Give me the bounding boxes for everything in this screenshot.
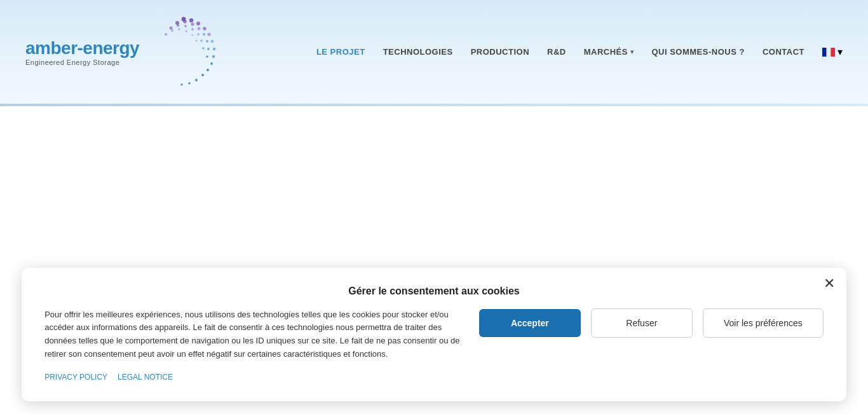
flag-fr-icon	[822, 48, 835, 57]
svg-point-21	[191, 28, 194, 31]
svg-point-30	[196, 39, 198, 41]
svg-point-5	[211, 39, 214, 43]
cookie-title: Gérer le consentement aux cookies	[44, 286, 824, 297]
svg-point-27	[178, 28, 180, 31]
language-switcher[interactable]: ▾	[822, 46, 843, 58]
svg-point-31	[201, 74, 204, 76]
logo-name[interactable]: amber-energy	[25, 38, 139, 59]
accept-button[interactable]: Accepter	[479, 309, 581, 337]
svg-point-28	[185, 30, 187, 32]
privacy-policy-link[interactable]: PRIVACY POLICY	[44, 371, 107, 383]
cookie-overlay: ✕ Gérer le consentement aux cookies Pour…	[0, 268, 868, 414]
svg-point-2	[196, 22, 200, 25]
svg-point-26	[171, 29, 173, 32]
svg-point-8	[210, 62, 213, 64]
preferences-button[interactable]: Voir les préférences	[703, 308, 824, 338]
svg-point-34	[180, 83, 182, 85]
logo-text: amber-energy Engineered Energy Storage	[25, 38, 139, 66]
legal-notice-link[interactable]: LEGAL NOTICE	[118, 371, 173, 383]
svg-point-16	[207, 48, 210, 50]
nav-item-marches[interactable]: MARCHÉS ▾	[584, 47, 634, 57]
svg-point-33	[188, 82, 191, 85]
nav-item-qui-sommes-nous[interactable]: QUI SOMMES-NOUS ?	[651, 47, 744, 57]
svg-point-23	[200, 39, 203, 42]
nav-item-production[interactable]: PRODUCTION	[471, 47, 529, 57]
svg-point-14	[203, 32, 205, 35]
cookie-text-block: Pour offrir les meilleures expériences, …	[44, 308, 460, 383]
svg-point-12	[191, 22, 194, 25]
logo-icon	[146, 14, 222, 90]
nav-item-rd[interactable]: R&D	[547, 47, 566, 57]
main-content	[0, 106, 868, 270]
svg-rect-35	[822, 48, 827, 57]
nav-item-contact[interactable]: CONTACT	[763, 47, 804, 57]
cookie-close-button[interactable]: ✕	[824, 277, 835, 291]
svg-rect-37	[831, 48, 835, 57]
svg-point-22	[197, 33, 200, 36]
main-nav: LE PROJET TECHNOLOGIES PRODUCTION R&D MA…	[316, 46, 843, 58]
svg-point-11	[183, 20, 187, 24]
svg-point-32	[195, 79, 198, 81]
svg-point-19	[177, 24, 180, 27]
nav-item-technologies[interactable]: TECHNOLOGIES	[383, 47, 453, 57]
logo-tagline: Engineered Energy Storage	[25, 59, 139, 66]
svg-point-18	[170, 26, 173, 29]
refuse-button[interactable]: Refuser	[591, 308, 693, 338]
cookie-description: Pour offrir les meilleures expériences, …	[44, 310, 459, 359]
cookie-buttons: Accepter Refuser Voir les préférences	[479, 308, 824, 338]
svg-point-4	[208, 32, 211, 36]
svg-point-9	[207, 69, 209, 71]
svg-point-15	[206, 40, 208, 43]
svg-point-3	[203, 27, 207, 31]
svg-point-20	[184, 24, 187, 27]
cookie-body: Pour offrir les meilleures expériences, …	[44, 308, 824, 383]
svg-point-1	[189, 18, 193, 22]
svg-point-24	[202, 47, 204, 49]
cookie-banner: ✕ Gérer le consentement aux cookies Pour…	[22, 268, 846, 401]
cookie-links: PRIVACY POLICY LEGAL NOTICE	[44, 371, 460, 383]
svg-point-13	[198, 27, 201, 30]
nav-item-le-projet[interactable]: LE PROJET	[316, 47, 365, 57]
svg-point-25	[165, 33, 167, 36]
header: amber-energy Engineered Energy Storage	[0, 0, 868, 104]
lang-chevron-icon: ▾	[837, 46, 843, 58]
svg-rect-36	[827, 48, 831, 57]
svg-point-29	[192, 34, 194, 36]
logo-area: amber-energy Engineered Energy Storage	[25, 14, 222, 90]
svg-point-17	[206, 55, 208, 58]
svg-point-7	[212, 55, 215, 57]
marches-chevron-icon: ▾	[630, 48, 634, 55]
svg-point-6	[213, 47, 216, 50]
